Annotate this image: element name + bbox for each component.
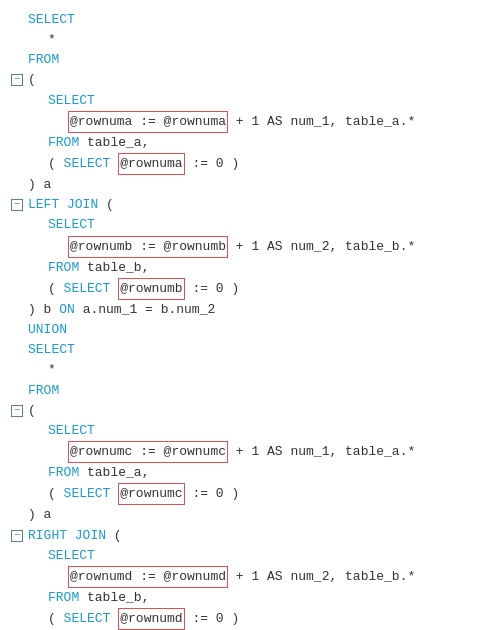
space-5 [110,486,118,501]
kw-on-1: ON [59,302,75,317]
gutter-10: − [8,199,26,211]
collapse-icon-2[interactable]: − [11,199,23,211]
line-from-2: FROM [8,381,492,401]
line-rownumd-1: @rownumd := @rownumd + 1 AS num_2, table… [8,566,492,588]
paren-open-2: ( [28,403,36,418]
kw-from-2: FROM [48,135,79,150]
line-rownumc-1: @rownumc := @rownumc + 1 AS num_1, table… [8,441,492,463]
var-rownumd-1: @rownumd := @rownumd [68,566,228,588]
kw-from-6: FROM [48,590,79,605]
line-from-table-b-2: FROM table_b, [8,588,492,608]
kw-select-4: SELECT [48,217,95,232]
kw-union: UNION [28,322,67,337]
line-star-1: * [8,30,492,50]
var-rownuma-2: @rownuma [118,153,184,175]
line-from-table-a-2: FROM table_a, [8,463,492,483]
paren-5: ( [48,611,64,626]
paren-3: ( [48,281,64,296]
right-join-paren: ( [106,528,122,543]
space-6 [110,611,118,626]
space-4 [110,281,118,296]
plus-1-num1-c: + 1 AS num_1, table_a.* [228,444,415,459]
line-select-rownumb-0: ( SELECT @rownumb := 0 ) [8,278,492,300]
var-rownumb-1: @rownumb := @rownumb [68,236,228,258]
line-select-7: SELECT [8,421,492,441]
line-right-join: − RIGHT JOIN ( [8,526,492,546]
plus-1-num2: + 1 AS num_2, table_b.* [228,239,415,254]
assign-0-2: := 0 ) [185,281,240,296]
code-block: SELECT * FROM − ( SELECT @rownuma := @ro… [0,0,500,630]
line-paren-close-a: ) a [8,175,492,195]
kw-select-9: SELECT [48,548,95,563]
kw-select-7: SELECT [48,423,95,438]
kw-right-join: RIGHT JOIN [28,528,106,543]
line-select-rownuma-0: ( SELECT @rownuma := 0 ) [8,153,492,175]
gutter-26: − [8,530,26,542]
kw-select-1: SELECT [28,12,75,27]
table-a-text: table_a, [79,135,149,150]
line-from-1: FROM [8,50,492,70]
kw-select-3: SELECT [64,156,111,171]
kw-from-5: FROM [48,465,79,480]
line-paren-close-b-on: ) b ON a.num_1 = b.num_2 [8,300,492,320]
table-a-text-2: table_a, [79,465,149,480]
kw-select-6: SELECT [28,342,75,357]
space-3 [110,156,118,171]
var-rownumd-2: @rownumd [118,608,184,630]
plus-1-num1: + 1 AS num_1, table_a.* [228,114,415,129]
var-rownuma-1: @rownuma := @rownuma [68,111,228,133]
paren-2: ( [48,156,64,171]
kw-select-2: SELECT [48,93,95,108]
line-rownuma-1: @rownuma := @rownuma + 1 AS num_1, table… [8,111,492,133]
line-select-2: SELECT [8,91,492,111]
assign-0-3: := 0 ) [185,486,240,501]
collapse-icon-4[interactable]: − [11,530,23,542]
line-select-1: SELECT [8,10,492,30]
line-rownumb-1: @rownumb := @rownumb + 1 AS num_2, table… [8,236,492,258]
var-rownumb-2: @rownumb [118,278,184,300]
left-join-paren: ( [98,197,114,212]
line-from-table-b: FROM table_b, [8,258,492,278]
table-b-text-2: table_b, [79,590,149,605]
line-paren-close-a-2: ) a [8,505,492,525]
paren-open-1: ( [28,72,36,87]
var-rownumc-1: @rownumc := @rownumc [68,441,228,463]
line-paren-open-2: − ( [8,401,492,421]
line-select-6: SELECT [8,340,492,360]
on-condition-1: a.num_1 = b.num_2 [75,302,215,317]
collapse-icon-3[interactable]: − [11,405,23,417]
assign-0-1: := 0 ) [185,156,240,171]
kw-left-join: LEFT JOIN [28,197,98,212]
kw-from-3: FROM [48,260,79,275]
star-2: * [48,362,56,377]
kw-from-4: FROM [28,383,59,398]
kw-select-10: SELECT [64,611,111,626]
line-left-join: − LEFT JOIN ( [8,195,492,215]
kw-select-5: SELECT [64,281,111,296]
paren-close-b-on: ) b [28,302,59,317]
line-star-2: * [8,360,492,380]
gutter-4: − [8,74,26,86]
gutter-20: − [8,405,26,417]
line-select-rownumc-0: ( SELECT @rownumc := 0 ) [8,483,492,505]
line-select-rownumd-0: ( SELECT @rownumd := 0 ) [8,608,492,630]
paren-4: ( [48,486,64,501]
line-from-table-a: FROM table_a, [8,133,492,153]
collapse-icon-1[interactable]: − [11,74,23,86]
paren-close-a-2: ) a [28,507,51,522]
table-b-text: table_b, [79,260,149,275]
line-paren-open-1: − ( [8,70,492,90]
kw-from-1: FROM [28,52,59,67]
line-select-4: SELECT [8,215,492,235]
assign-0-4: := 0 ) [185,611,240,626]
paren-close-a: ) a [28,177,51,192]
star-1: * [48,32,56,47]
plus-1-num2-d: + 1 AS num_2, table_b.* [228,569,415,584]
kw-select-8: SELECT [64,486,111,501]
line-select-9: SELECT [8,546,492,566]
var-rownumc-2: @rownumc [118,483,184,505]
line-union: UNION [8,320,492,340]
